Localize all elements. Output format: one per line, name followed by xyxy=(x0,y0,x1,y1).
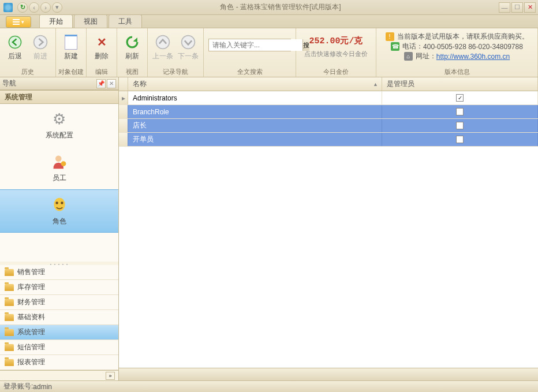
svg-point-8 xyxy=(61,201,63,204)
search-box: 搜 xyxy=(208,39,291,51)
back-arrow-icon xyxy=(7,34,23,50)
status-login-user: admin xyxy=(33,383,52,391)
sidebar-item-system-config[interactable]: ⚙ 系统配置 xyxy=(0,104,118,147)
sidebar-folder-item[interactable]: 库存管理 xyxy=(0,280,118,295)
tab-start[interactable]: 开始 xyxy=(39,14,73,28)
prev-record-button[interactable]: 上一条 xyxy=(150,29,175,65)
group-create-label: 对象创建 xyxy=(58,68,84,77)
info-warning-icon: ! xyxy=(386,32,394,41)
sidebar: 导航 📌 ✕ 系统管理 ⚙ 系统配置 员工 角色 • • • • xyxy=(0,77,119,380)
folder-icon xyxy=(5,359,14,366)
grid-body[interactable]: ▸Administrators✓BranchRole店长开单员 xyxy=(119,91,538,368)
sort-asc-icon: ▲ xyxy=(373,81,378,87)
grid-col-name[interactable]: 名称▲ xyxy=(128,77,382,91)
cell-admin xyxy=(382,105,538,118)
delete-button[interactable]: ✕ 删除 xyxy=(89,29,114,65)
sidebar-folder-item[interactable]: 系统管理 xyxy=(0,325,118,340)
svg-point-3 xyxy=(182,35,195,48)
folder-icon xyxy=(5,344,14,351)
search-input[interactable] xyxy=(209,39,302,51)
sidebar-folder-item[interactable]: 报表管理 xyxy=(0,355,118,370)
checkbox[interactable]: ✓ xyxy=(456,94,464,102)
sidebar-item-staff[interactable]: 员工 xyxy=(0,147,118,189)
sidebar-folder-item[interactable]: 销售管理 xyxy=(0,265,118,280)
phone-icon: ☎ xyxy=(391,42,399,51)
group-history-label: 历史 xyxy=(21,68,34,77)
refresh-icon xyxy=(124,34,140,50)
group-info-label: 版本信息 xyxy=(444,68,470,77)
phone-number: 400-0505-928 86-020-34809788 xyxy=(423,43,523,51)
cell-name: 开单员 xyxy=(128,133,382,146)
gold-price-button[interactable]: 252.00元/克 点击快速修改今日金价 今日金价 xyxy=(296,28,376,77)
cell-admin xyxy=(382,133,538,146)
next-record-button[interactable]: 下一条 xyxy=(175,29,201,65)
ribbon-tabs: ▾ 开始 视图 工具 xyxy=(0,15,538,28)
group-view-label: 视图 xyxy=(126,68,139,77)
titlebar: ↻ ‹ › ▾ 角色 - 蓝格珠宝销售管理软件[试用版本] — ☐ ✕ xyxy=(0,0,538,15)
forward-arrow-icon xyxy=(32,34,48,50)
quick-dropdown[interactable]: ▾ xyxy=(52,2,62,13)
sidebar-folder-label: 系统管理 xyxy=(17,327,45,337)
checkbox[interactable] xyxy=(456,136,464,143)
maximize-button[interactable]: ☐ xyxy=(511,2,523,13)
table-row[interactable]: ▸Administrators✓ xyxy=(119,91,538,105)
table-row[interactable]: 店长 xyxy=(119,119,538,133)
minimize-button[interactable]: — xyxy=(499,2,510,13)
close-button[interactable]: ✕ xyxy=(524,2,536,13)
up-arrow-icon xyxy=(155,34,171,50)
sidebar-pin-button[interactable]: 📌 xyxy=(96,79,106,88)
sidebar-folder-item[interactable]: 短信管理 xyxy=(0,340,118,355)
sidebar-close-button[interactable]: ✕ xyxy=(107,79,116,88)
file-menu-button[interactable]: ▾ xyxy=(6,16,31,28)
nav-back-quick-button[interactable]: ‹ xyxy=(29,2,39,13)
gold-price-value: 252.00元/克 xyxy=(309,35,363,46)
window-title: 角色 - 蓝格珠宝销售管理软件[试用版本] xyxy=(62,2,499,12)
row-indicator xyxy=(119,133,128,146)
tab-view[interactable]: 视图 xyxy=(74,14,107,28)
app-icon xyxy=(3,3,13,12)
down-arrow-icon xyxy=(180,34,196,50)
sidebar-title: 导航 xyxy=(2,79,95,88)
cell-name: Administrators xyxy=(128,91,382,104)
sidebar-folder-list: 销售管理库存管理财务管理基础资料系统管理短信管理报表管理 xyxy=(0,265,118,370)
svg-point-7 xyxy=(55,201,58,204)
gear-icon: ⚙ xyxy=(50,110,69,128)
quick-access-toolbar: ↻ ‹ › ▾ xyxy=(17,2,62,13)
sidebar-section-header[interactable]: 系统管理 xyxy=(0,90,118,104)
new-button[interactable]: 新建 xyxy=(58,29,84,65)
table-row[interactable]: 开单员 xyxy=(119,133,538,147)
sidebar-folder-item[interactable]: 财务管理 xyxy=(0,295,118,310)
forward-button[interactable]: 前进 xyxy=(28,29,53,65)
version-info-text: 当前版本是试用版本，请联系供应商购买。 xyxy=(397,32,529,42)
folder-icon xyxy=(5,269,14,276)
back-button[interactable]: 后退 xyxy=(2,29,28,65)
checkbox[interactable] xyxy=(456,108,464,115)
refresh-button[interactable]: 刷新 xyxy=(119,29,145,65)
status-bar: 登录账号: admin xyxy=(0,380,538,392)
group-edit-label: 编辑 xyxy=(95,68,108,77)
folder-icon xyxy=(5,329,14,336)
refresh-quick-button[interactable]: ↻ xyxy=(17,2,28,13)
sidebar-item-role[interactable]: 角色 xyxy=(0,189,118,233)
checkbox[interactable] xyxy=(456,122,464,129)
grid-col-admin[interactable]: 是管理员 xyxy=(382,77,538,91)
sidebar-expand-button[interactable]: » xyxy=(106,372,115,380)
nav-forward-quick-button[interactable]: › xyxy=(40,2,51,13)
sidebar-folder-label: 财务管理 xyxy=(17,297,45,307)
folder-icon xyxy=(5,314,14,321)
table-row[interactable]: BranchRole xyxy=(119,105,538,119)
status-login-label: 登录账号: xyxy=(3,382,33,391)
ribbon: 后退 前进 历史 新建 对象创建 ✕ 删除 编辑 xyxy=(0,28,538,77)
sidebar-folder-item[interactable]: 基础资料 xyxy=(0,310,118,325)
row-indicator xyxy=(119,105,128,118)
row-indicator xyxy=(119,119,128,132)
folder-icon xyxy=(5,284,14,291)
cell-admin: ✓ xyxy=(382,91,538,104)
website-link[interactable]: http://www.360h.com.cn xyxy=(436,53,510,61)
tab-tool[interactable]: 工具 xyxy=(109,14,142,28)
grid-row-indicator-header xyxy=(119,77,128,91)
home-icon: ⌂ xyxy=(404,52,413,61)
sidebar-folder-label: 报表管理 xyxy=(17,357,45,367)
row-indicator: ▸ xyxy=(119,91,128,104)
person-icon xyxy=(50,152,69,171)
